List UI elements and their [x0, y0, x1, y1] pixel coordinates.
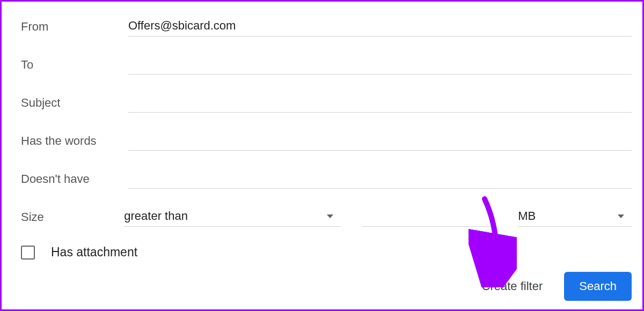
has-attachment-row: Has attachment [21, 245, 632, 260]
from-input[interactable] [128, 17, 632, 36]
search-filter-dialog: From To Subject Has the words Doesn't ha… [0, 0, 644, 311]
has-attachment-label: Has attachment [51, 245, 137, 260]
search-button[interactable]: Search [564, 272, 632, 301]
to-row: To [21, 55, 632, 75]
doesnt-have-input[interactable] [128, 169, 632, 189]
caret-down-icon [327, 214, 333, 218]
has-attachment-checkbox[interactable] [21, 246, 35, 260]
has-words-label: Has the words [21, 134, 128, 148]
size-unit-value: MB [518, 209, 536, 223]
size-value-input[interactable] [362, 207, 496, 227]
subject-input[interactable] [128, 93, 632, 113]
caret-down-icon [618, 214, 624, 218]
from-row: From [21, 17, 632, 36]
doesnt-have-row: Doesn't have [21, 169, 632, 189]
subject-label: Subject [21, 96, 128, 110]
to-input[interactable] [128, 55, 632, 75]
create-filter-button[interactable]: Create filter [482, 279, 543, 293]
size-comparator-value: greater than [124, 209, 188, 223]
to-label: To [21, 58, 128, 72]
subject-row: Subject [21, 93, 632, 113]
has-words-row: Has the words [21, 131, 632, 151]
size-comparator-select[interactable]: greater than [124, 207, 341, 227]
dialog-footer: Create filter Search [482, 272, 632, 301]
size-label: Size [21, 210, 124, 224]
from-label: From [21, 20, 128, 34]
doesnt-have-label: Doesn't have [21, 172, 128, 186]
size-row: Size greater than MB [21, 207, 632, 227]
has-words-input[interactable] [128, 131, 632, 151]
size-unit-select[interactable]: MB [518, 207, 632, 227]
